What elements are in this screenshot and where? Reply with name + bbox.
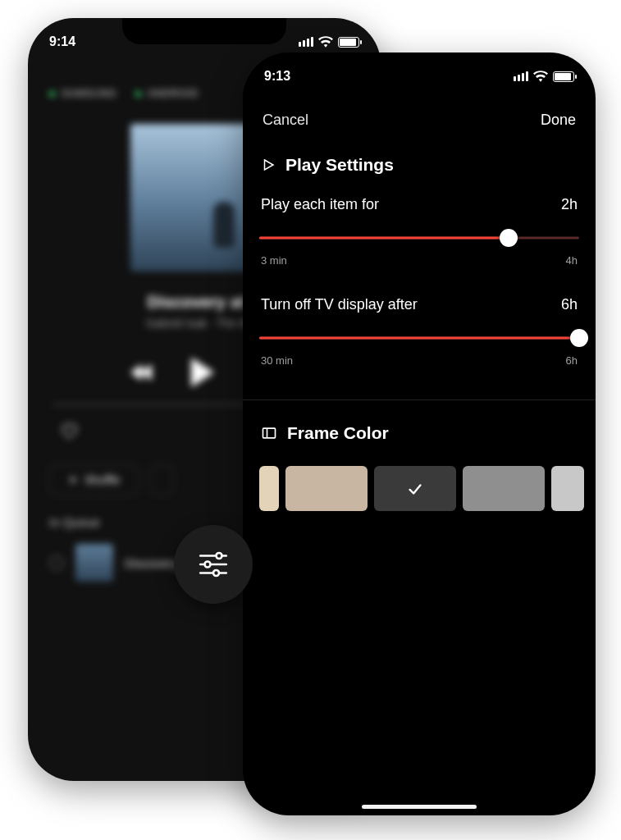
turn-off-slider[interactable] <box>259 330 579 346</box>
play-settings-heading: Play Settings <box>259 150 579 194</box>
slider-max-label: 6h <box>566 354 578 367</box>
frame-color-swatch-tan[interactable] <box>285 466 368 511</box>
check-icon <box>406 480 424 498</box>
cancel-button[interactable]: Cancel <box>263 112 308 129</box>
home-indicator[interactable] <box>362 805 477 809</box>
queue-thumbnail <box>75 544 113 582</box>
status-dot-icon <box>49 91 55 97</box>
notch <box>122 18 286 44</box>
secondary-pill-button[interactable] <box>150 464 173 495</box>
svg-point-5 <box>213 570 219 576</box>
status-time: 9:13 <box>264 69 290 84</box>
frame-color-swatch-silver[interactable] <box>551 466 584 511</box>
shuffle-button[interactable]: ✕ Shuffle <box>49 464 139 495</box>
settings-sheet: Cancel Done Play Settings Play each item… <box>243 92 596 815</box>
cast-target-samsung[interactable]: SAMSUNG <box>49 88 117 99</box>
cast-target-android[interactable]: ANDROID <box>135 88 199 99</box>
slider-min-label: 3 min <box>261 254 287 267</box>
turn-off-setting: Turn off TV display after 6h 30 min 6h <box>259 294 579 381</box>
done-button[interactable]: Done <box>541 112 576 129</box>
svg-point-1 <box>217 553 222 559</box>
frame-color-swatch-cream[interactable] <box>259 466 279 511</box>
favorite-button[interactable] <box>59 422 79 440</box>
sliders-icon <box>196 547 231 582</box>
setting-label: Turn off TV display after <box>261 296 418 313</box>
play-duration-slider[interactable] <box>259 230 579 246</box>
setting-value: 6h <box>561 296 578 313</box>
divider <box>243 399 596 400</box>
settings-fab[interactable] <box>174 525 253 604</box>
frame-color-heading: Frame Color <box>259 418 579 463</box>
setting-value: 2h <box>561 196 578 213</box>
svg-point-3 <box>205 562 211 568</box>
battery-icon <box>338 37 359 48</box>
section-title: Frame Color <box>287 423 389 443</box>
setting-label: Play each item for <box>261 196 379 213</box>
foreground-phone: 9:13 Cancel Done Play Settings P <box>243 52 596 815</box>
cast-label: ANDROID <box>148 88 199 99</box>
cellular-icon <box>299 37 313 47</box>
status-dot-icon <box>135 91 141 97</box>
play-icon <box>261 158 276 172</box>
radio-icon[interactable] <box>49 555 64 570</box>
cast-label: SAMSUNG <box>62 88 117 99</box>
frame-color-swatch-charcoal[interactable] <box>374 466 456 511</box>
slider-min-label: 30 min <box>261 354 293 367</box>
cellular-icon <box>514 71 528 81</box>
status-time: 9:14 <box>49 34 75 49</box>
notch <box>337 52 501 79</box>
svg-marker-6 <box>265 160 274 170</box>
rewind-button[interactable] <box>130 364 150 381</box>
wifi-icon <box>533 71 548 82</box>
shuffle-label: Shuffle <box>84 473 120 486</box>
frame-color-swatches <box>259 463 596 511</box>
frame-color-swatch-gray[interactable] <box>463 466 545 511</box>
shuffle-icon: ✕ <box>68 473 78 486</box>
frame-icon <box>261 425 277 441</box>
wifi-icon <box>318 36 333 48</box>
svg-rect-7 <box>263 428 276 438</box>
play-button[interactable] <box>191 358 214 387</box>
battery-icon <box>553 71 574 82</box>
play-duration-setting: Play each item for 2h 3 min 4h <box>259 194 579 281</box>
section-title: Play Settings <box>285 155 394 175</box>
slider-max-label: 4h <box>566 254 578 267</box>
